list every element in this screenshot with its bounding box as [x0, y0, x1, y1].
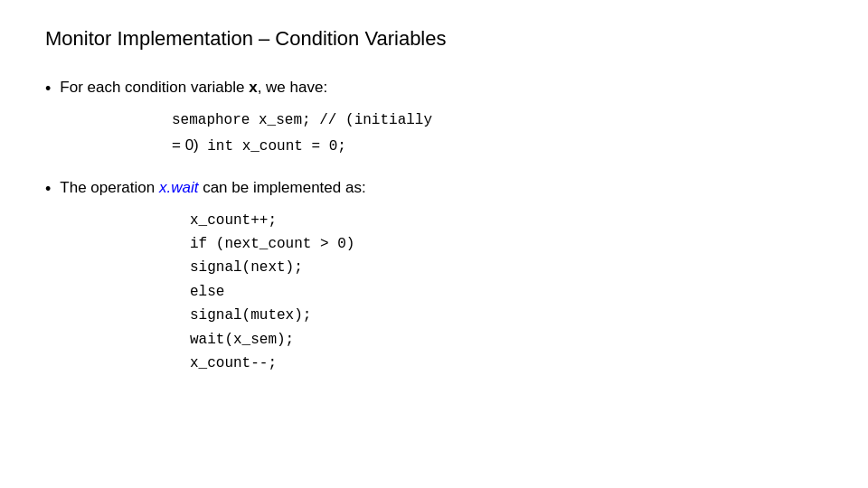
- bullet-item-2: • The operation x.wait can be implemente…: [45, 176, 823, 201]
- code-line-semaphore: semaphore x_sem; // (initially: [172, 109, 432, 133]
- slide: Monitor Implementation – Condition Varia…: [0, 0, 868, 488]
- code-line-4: signal(mutex);: [190, 304, 823, 327]
- bullet-item-1: • For each condition variable x, we have…: [45, 76, 823, 100]
- bullet2-suffix: can be implemented as:: [198, 179, 365, 196]
- code-line-0: x_count++;: [190, 209, 823, 232]
- bullet1-prefix: For each condition variable: [60, 79, 249, 96]
- bullet1-variable: x: [249, 79, 257, 96]
- bullet-text-1: For each condition variable x, we have:: [60, 76, 327, 99]
- bullet2-prefix: The operation: [60, 179, 159, 196]
- bullet2-link: x.wait: [159, 179, 198, 196]
- bullet-dot-2: •: [45, 178, 51, 201]
- code-line-5: wait(x_sem);: [190, 328, 823, 352]
- bullet1-suffix: , we have:: [258, 79, 328, 96]
- code-section-1: semaphore x_sem; // (initially = 0) int …: [99, 109, 823, 158]
- code-line-6: x_count--;: [190, 352, 823, 375]
- bullet-section-2: • The operation x.wait can be implemente…: [45, 176, 823, 375]
- code-multiline: x_count++; if (next_count > 0) signal(ne…: [190, 209, 823, 376]
- code-line-3: else: [190, 280, 823, 304]
- slide-title: Monitor Implementation – Condition Varia…: [45, 27, 823, 51]
- code-line-2: signal(next);: [190, 256, 823, 279]
- code-line-int: = 0) int x_count = 0;: [172, 133, 432, 159]
- bullet-dot-1: •: [45, 78, 51, 100]
- bullet-text-2: The operation x.wait can be implemented …: [60, 176, 365, 200]
- bullet-section-1: • For each condition variable x, we have…: [45, 76, 823, 158]
- code-line-1: if (next_count > 0): [190, 232, 823, 256]
